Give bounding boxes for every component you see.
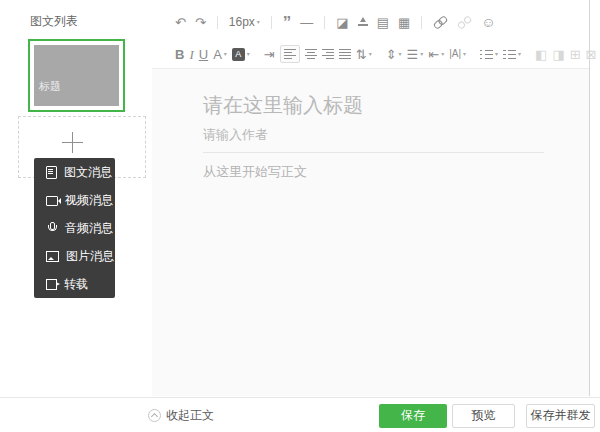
- blockquote-icon[interactable]: ”: [283, 14, 292, 31]
- menu-item-picture-message[interactable]: 图片消息: [34, 242, 115, 270]
- menu-item-repost[interactable]: 转载: [34, 270, 115, 298]
- format-brush-icon[interactable]: [358, 17, 368, 27]
- toolbar-divider: [217, 16, 218, 29]
- image-remove-icon: ⊠: [586, 48, 597, 61]
- collapse-body-toggle[interactable]: 收起正文: [148, 407, 214, 424]
- toolbar-divider: [324, 16, 325, 29]
- numbered-list-icon[interactable]: ▾: [503, 50, 521, 59]
- editor-divider: [203, 152, 544, 153]
- font-size-select[interactable]: 16px▾: [229, 16, 260, 28]
- material-library-icon[interactable]: ▦: [398, 16, 410, 29]
- repost-icon: [46, 279, 57, 290]
- formatting-toolbar: ↶ ↷ 16px▾ ” — ◪ ▤ ▦: [152, 0, 589, 69]
- redo-icon[interactable]: ↷: [195, 16, 206, 29]
- bullet-list-icon[interactable]: ▾: [480, 50, 498, 59]
- remove-link-icon[interactable]: [456, 14, 473, 31]
- template-icon[interactable]: ▤: [377, 16, 389, 29]
- align-right-icon[interactable]: [322, 49, 334, 59]
- menu-item-label: 图文消息: [64, 164, 112, 181]
- wechat-article-editor: 图文列表 标题 图文消息 视频消息 音频消息 图片消: [0, 0, 600, 432]
- article-list-sidebar: 图文列表 标题 图文消息 视频消息 音频消息 图片消: [0, 0, 153, 396]
- article-thumbnail: 标题: [34, 45, 119, 106]
- letter-spacing-icon[interactable]: ☰▾: [407, 48, 424, 61]
- editor-canvas: 请在这里输入标题 请输入作者 从这里开始写正文: [152, 69, 589, 396]
- line-height-icon[interactable]: ⇅▾: [356, 48, 372, 61]
- menu-item-label: 视频消息: [65, 192, 113, 209]
- underline-icon[interactable]: U: [199, 48, 208, 61]
- collapse-icon: [148, 409, 161, 422]
- sidebar-title: 图文列表: [30, 13, 78, 30]
- undo-icon[interactable]: ↶: [175, 16, 186, 29]
- letter-case-icon[interactable]: |A|▾: [449, 49, 466, 59]
- outdent-icon[interactable]: ⇤▾: [428, 48, 444, 61]
- font-color-icon[interactable]: A▾: [213, 48, 227, 61]
- body-input[interactable]: 从这里开始写正文: [203, 165, 544, 178]
- menu-item-audio-message[interactable]: 音频消息: [34, 214, 115, 242]
- action-buttons: 保存 预览 保存并群发: [379, 404, 595, 428]
- author-input[interactable]: 请输入作者: [203, 128, 544, 141]
- menu-item-video-message[interactable]: 视频消息: [34, 186, 115, 214]
- collapse-label: 收起正文: [166, 407, 214, 424]
- horizontal-rule-icon[interactable]: —: [300, 16, 313, 29]
- toolbar-divider: [271, 16, 272, 29]
- bold-icon[interactable]: B: [175, 48, 184, 61]
- paragraph-spacing-icon[interactable]: ⇕▾: [386, 48, 402, 61]
- video-icon: [46, 196, 58, 206]
- title-input[interactable]: 请在这里输入标题: [203, 95, 544, 115]
- plus-icon[interactable]: [62, 132, 83, 153]
- bottom-action-bar: 收起正文 保存 预览 保存并群发: [0, 397, 600, 432]
- article-card-selected[interactable]: 标题: [28, 39, 125, 112]
- toolbar-divider: [421, 16, 422, 29]
- add-message-menu: 图文消息 视频消息 音频消息 图片消息 转载: [34, 158, 115, 298]
- image-layout-right-icon: ◨: [552, 48, 564, 61]
- format-eraser-icon[interactable]: ◪: [336, 16, 348, 29]
- article-icon: [46, 166, 57, 179]
- align-center-icon[interactable]: [305, 49, 317, 59]
- image-grid-icon: ⊞: [570, 48, 581, 61]
- italic-icon[interactable]: I: [189, 48, 193, 61]
- editor-main: ↶ ↷ 16px▾ ” — ◪ ▤ ▦: [152, 0, 590, 396]
- menu-item-article-message[interactable]: 图文消息: [34, 158, 115, 186]
- emoji-icon[interactable]: ☺: [481, 15, 495, 29]
- save-and-send-button[interactable]: 保存并群发: [526, 404, 595, 428]
- insert-link-icon[interactable]: [432, 14, 449, 31]
- save-button[interactable]: 保存: [379, 404, 447, 428]
- toolbar-row-2: B I U A▾ A▾ ⇥ ⇅▾ ⇕▾: [152, 40, 589, 68]
- indent-icon[interactable]: ⇥: [264, 48, 275, 61]
- audio-icon: [46, 222, 58, 234]
- menu-item-label: 音频消息: [65, 220, 113, 237]
- chevron-down-icon: ▾: [257, 19, 260, 25]
- image-layout-left-icon: ◧: [535, 48, 547, 61]
- menu-item-label: 图片消息: [66, 248, 114, 265]
- article-card-title: 标题: [39, 79, 61, 94]
- menu-item-label: 转载: [64, 276, 88, 293]
- background-color-icon[interactable]: A▾: [232, 48, 250, 61]
- preview-button[interactable]: 预览: [452, 404, 515, 428]
- picture-icon: [46, 251, 59, 262]
- toolbar-row-1: ↶ ↷ 16px▾ ” — ◪ ▤ ▦: [152, 0, 589, 40]
- align-left-icon[interactable]: [280, 45, 300, 63]
- align-justify-icon[interactable]: [339, 49, 351, 59]
